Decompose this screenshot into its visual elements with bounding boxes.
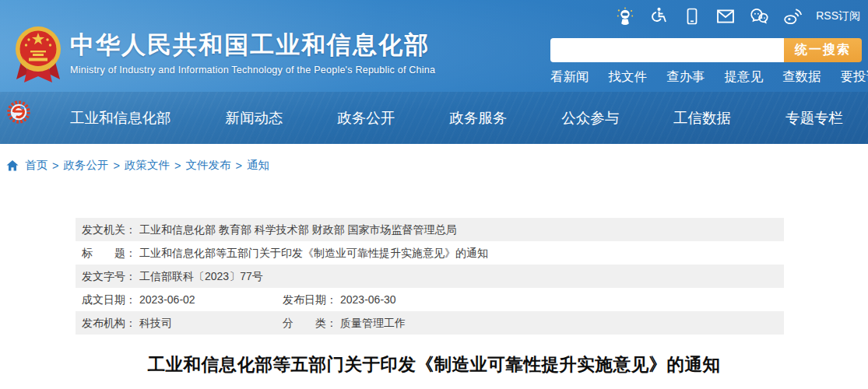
national-emblem-icon <box>14 22 62 86</box>
meta-value: 工业和信息化部等五部门关于印发《制造业可靠性提升实施意见》的通知 <box>139 247 488 259</box>
quick-links: 看新闻 找文件 查办事 提意见 查数据 要投诉 <box>550 68 868 86</box>
mail-icon[interactable] <box>715 6 736 26</box>
quick-link-suggest[interactable]: 提意见 <box>725 68 764 86</box>
meta-row-dates: 成文日期：2023-06-02 发布日期：2023-06-30 <box>76 288 784 311</box>
breadcrumb: 首页 > 政务公开 > 政策文件 > 文件发布 > 通知 <box>6 158 269 173</box>
nav-item-gov-disclosure[interactable]: 政务公开 <box>336 105 396 131</box>
article-title: 工业和信息化部等五部门关于印发《制造业可靠性提升实施意见》的通知 <box>0 352 868 377</box>
breadcrumb-separator: > <box>174 159 181 172</box>
quick-link-files[interactable]: 找文件 <box>609 68 648 86</box>
breadcrumb-separator: > <box>52 159 58 172</box>
search-button[interactable]: 统一搜索 <box>784 38 862 62</box>
crumb-file-release[interactable]: 文件发布 <box>185 158 230 173</box>
quick-link-complaint[interactable]: 要投诉 <box>841 68 868 86</box>
meta-row-doc-number: 发文字号：工信部联科〔2023〕77号 <box>76 265 784 288</box>
meta-row-title: 标 题：工业和信息化部等五部门关于印发《制造业可靠性提升实施意见》的通知 <box>76 241 784 265</box>
meta-value: 2023-06-30 <box>340 293 396 306</box>
meta-value: 工信部联科〔2023〕77号 <box>139 270 263 282</box>
topbar: RSS订阅 <box>615 6 860 26</box>
meta-row-publisher: 发布机构：科技司 分 类：质量管理工作 <box>76 311 784 335</box>
crumb-gov-disclosure[interactable]: 政务公开 <box>63 158 108 173</box>
rss-subscribe-link[interactable]: RSS订阅 <box>816 9 860 23</box>
site-subtitle: Ministry of Industry and Information Tec… <box>70 65 435 75</box>
quick-link-data[interactable]: 查数据 <box>782 68 821 86</box>
meta-label: 标 题： <box>82 247 136 259</box>
meta-label: 分 类： <box>283 317 337 329</box>
meta-cell-category: 分 类：质量管理工作 <box>283 311 406 335</box>
crumb-policy-files[interactable]: 政策文件 <box>125 158 170 173</box>
meta-value: 科技司 <box>139 317 172 329</box>
meta-label: 成文日期： <box>82 293 136 306</box>
home-icon[interactable] <box>6 159 19 172</box>
crumb-notice[interactable]: 通知 <box>247 158 269 173</box>
wechat-icon[interactable] <box>749 6 769 26</box>
site-brand: 中华人民共和国工业和信息化部 Ministry of Industry and … <box>14 22 435 86</box>
mobile-icon[interactable] <box>682 6 702 26</box>
nav-item-miit[interactable]: 工业和信息化部 <box>69 105 173 131</box>
meta-label: 发布机构： <box>82 317 136 329</box>
nav-item-news[interactable]: 新闻动态 <box>223 105 284 131</box>
breadcrumb-separator: > <box>113 159 119 172</box>
nav-item-special-topics[interactable]: 专题专栏 <box>784 105 845 131</box>
weibo-icon[interactable] <box>782 6 803 26</box>
search-box: 统一搜索 <box>550 38 862 62</box>
main-nav: 工业和信息化部 新闻动态 政务公开 政务服务 公众参与 工信数据 专题专栏 <box>0 92 868 144</box>
site-header: RSS订阅 中华人民共和国工业和信息化部 <box>0 0 868 144</box>
meta-label: 发文机关： <box>82 223 136 236</box>
nav-item-gov-services[interactable]: 政务服务 <box>448 105 508 131</box>
meta-value: 2023-06-02 <box>139 293 195 306</box>
meta-value: 质量管理工作 <box>340 317 406 329</box>
meta-label: 发布日期： <box>283 293 337 306</box>
accessibility-icon[interactable] <box>648 6 669 26</box>
meta-row-issuing-agency: 发文机关：工业和信息化部 教育部 科学技术部 财政部 国家市场监督管理总局 <box>76 218 784 241</box>
meta-label: 发文字号： <box>82 270 136 282</box>
site-title[interactable]: 中华人民共和国工业和信息化部 <box>70 31 435 59</box>
page: RSS订阅 中华人民共和国工业和信息化部 <box>0 0 868 389</box>
robot-assistant-icon[interactable] <box>615 6 635 26</box>
crumb-home[interactable]: 首页 <box>25 158 47 173</box>
search-input[interactable] <box>550 38 784 62</box>
meta-value: 工业和信息化部 教育部 科学技术部 财政部 国家市场监督管理总局 <box>139 223 457 236</box>
breadcrumb-separator: > <box>235 159 241 172</box>
doc-meta-table: 发文机关：工业和信息化部 教育部 科学技术部 财政部 国家市场监督管理总局 标 … <box>76 218 784 335</box>
nav-item-miit-data[interactable]: 工信数据 <box>672 105 733 131</box>
quick-link-news[interactable]: 看新闻 <box>550 68 589 86</box>
nav-item-public-participation[interactable]: 公众参与 <box>560 105 620 131</box>
meta-cell-publish-date: 发布日期：2023-06-30 <box>283 288 396 311</box>
quick-link-services[interactable]: 查办事 <box>666 68 705 86</box>
brand-text: 中华人民共和国工业和信息化部 Ministry of Industry and … <box>70 22 435 75</box>
